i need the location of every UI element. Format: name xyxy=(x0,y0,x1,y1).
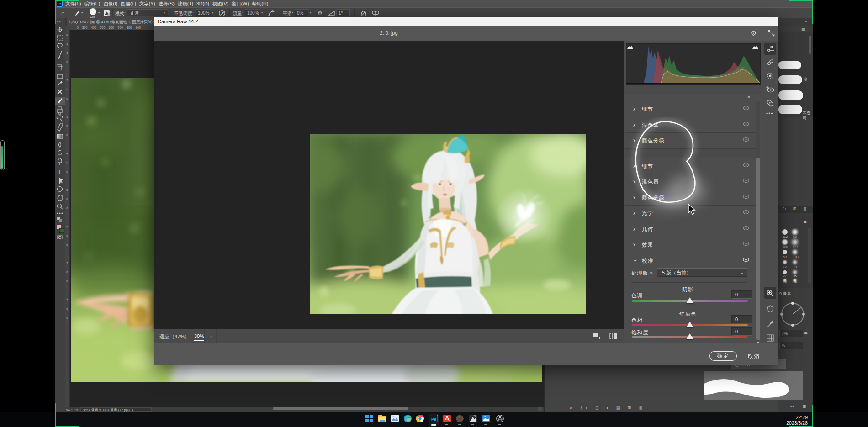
svg-text:27: 27 xyxy=(783,274,787,278)
svg-text:59: 59 xyxy=(783,255,787,258)
svg-text:127: 127 xyxy=(793,245,798,248)
svg-text:112: 112 xyxy=(783,235,788,238)
svg-text:Ps: Ps xyxy=(431,417,436,422)
svg-text:35: 35 xyxy=(793,274,797,278)
svg-text:100: 100 xyxy=(783,245,788,248)
svg-text:T: T xyxy=(58,169,61,175)
svg-text:183: 183 xyxy=(793,255,799,258)
svg-text:12: 12 xyxy=(783,265,787,269)
svg-text:14: 14 xyxy=(783,280,787,283)
svg-text:60: 60 xyxy=(793,235,797,238)
svg-text:19: 19 xyxy=(793,265,797,269)
svg-text:24: 24 xyxy=(793,280,797,283)
